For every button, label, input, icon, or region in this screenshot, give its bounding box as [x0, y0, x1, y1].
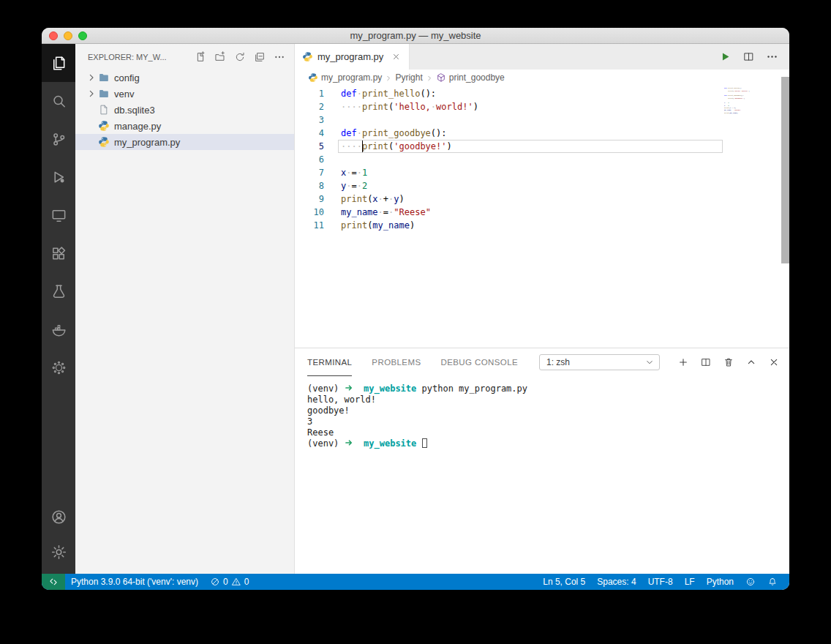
code-token: world!' — [436, 102, 473, 112]
code-line-8[interactable]: 8y·=·2 — [295, 179, 789, 192]
code-line-2[interactable]: 2····print('hello,·world!') — [295, 100, 789, 113]
titlebar: my_program.py — my_website — [42, 28, 789, 44]
code-line-10[interactable]: 10my_name·=·"Reese" — [295, 206, 789, 219]
file-tree-item-config[interactable]: config — [75, 70, 294, 86]
code-line-3[interactable]: 3 — [295, 113, 789, 127]
line-content: my_name·=·"Reese" — [341, 206, 431, 219]
panel-tab-problems[interactable]: PROBLEMS — [372, 348, 421, 376]
line-content: print(x·+·y) — [341, 192, 405, 206]
breadcrumb-item-Pyright[interactable]: Pyright — [395, 72, 422, 83]
close-window-button[interactable] — [49, 31, 58, 40]
indent-spacer — [86, 104, 97, 116]
maximize-panel-button[interactable] — [745, 356, 757, 368]
code-token: print — [362, 102, 388, 112]
minimap[interactable]: def print_hello(): print('hello, world!'… — [724, 87, 781, 348]
line-content: y·=·2 — [341, 179, 367, 192]
prompt-arrow-icon — [345, 438, 353, 446]
code-line-9[interactable]: 9print(x·+·y) — [295, 192, 789, 206]
line-content: def·print_goodbye(): — [341, 127, 447, 140]
code-editor[interactable]: 1def·print_hello():2····print('hello,·wo… — [295, 86, 789, 348]
activity-testing-button[interactable] — [42, 272, 75, 310]
file-tree-item-db.sqlite3[interactable]: db.sqlite3 — [75, 102, 294, 118]
activity-plugin-button[interactable] — [42, 348, 75, 386]
code-token: (): — [420, 89, 436, 99]
breadcrumb-item-my_program.py[interactable]: my_program.py — [308, 72, 382, 83]
tab-my-program-py[interactable]: my_program.py — [295, 44, 410, 70]
activity-extensions-button[interactable] — [42, 234, 75, 272]
zoom-window-button[interactable] — [78, 31, 87, 40]
activity-run-debug-button[interactable] — [42, 158, 75, 196]
close-panel-button[interactable] — [768, 356, 780, 368]
warning-count: 0 — [244, 577, 249, 587]
code-token: ) — [737, 112, 737, 114]
activity-search-button[interactable] — [42, 82, 75, 120]
warning-icon — [231, 577, 241, 587]
close-tab-icon[interactable] — [390, 51, 402, 63]
activity-settings-button[interactable] — [42, 534, 75, 569]
activity-explorer-button[interactable] — [42, 44, 75, 82]
bell-icon — [767, 577, 778, 587]
new-folder-button[interactable] — [214, 51, 226, 63]
code-token: print — [341, 220, 367, 231]
activity-docker-button[interactable] — [42, 310, 75, 348]
activity-remote-explorer-button[interactable] — [42, 196, 75, 234]
remote-indicator-button[interactable] — [42, 574, 65, 590]
file-tree-item-manage.py[interactable]: manage.py — [75, 118, 294, 134]
collapse-folders-button[interactable] — [254, 51, 266, 63]
minimize-window-button[interactable] — [64, 31, 72, 40]
line-number: 6 — [295, 153, 324, 166]
code-line-4[interactable]: 4def·print_goodbye(): — [295, 127, 789, 140]
eol-indicator[interactable]: LF — [679, 574, 701, 590]
panel-tab-debug-console[interactable]: DEBUG CONSOLE — [440, 348, 518, 376]
file-tree-item-my_program.py[interactable]: my_program.py — [75, 134, 294, 150]
split-terminal-button[interactable] — [700, 356, 712, 368]
activity-source-control-button[interactable] — [42, 120, 75, 158]
file-name: my_program.py — [114, 137, 180, 148]
new-file-button[interactable] — [195, 51, 206, 63]
file-tree-item-venv[interactable]: venv — [75, 86, 294, 102]
editor-scrollbar[interactable] — [781, 77, 789, 263]
line-number: 4 — [295, 127, 324, 140]
folder-icon — [98, 72, 110, 83]
code-token: print — [728, 97, 733, 100]
terminal-output[interactable]: (venv) my_website python my_program.pyhe… — [295, 376, 789, 574]
split-editor-button[interactable] — [742, 50, 755, 63]
window-title: my_program.py — my_website — [42, 30, 789, 41]
code-line-6[interactable]: 6 — [295, 153, 789, 166]
panel-tabs: TERMINALPROBLEMSDEBUG CONSOLE — [307, 348, 539, 376]
code-token: x — [372, 194, 377, 204]
indentation-indicator[interactable]: Spaces: 4 — [591, 574, 642, 590]
refresh-explorer-button[interactable] — [234, 51, 246, 63]
code-line-11[interactable]: 11print(my_name) — [295, 219, 789, 232]
problems-indicator[interactable]: 0 0 — [204, 574, 255, 590]
python-interpreter-selector[interactable]: Python 3.9.0 64-bit ('venv': venv) — [65, 574, 204, 590]
minimap-content: def print_hello(): print('hello, world!'… — [724, 87, 781, 114]
code-token: print — [341, 194, 367, 204]
new-terminal-button[interactable] — [677, 356, 689, 368]
language-mode-indicator[interactable]: Python — [701, 574, 740, 590]
python-icon — [302, 51, 313, 62]
run-python-file-button[interactable] — [719, 50, 732, 63]
more-editor-actions-button[interactable] — [766, 50, 778, 63]
code-line-7[interactable]: 7x·=·1 — [295, 166, 789, 179]
line-content: print(my_name) — [341, 219, 415, 232]
line-number: 2 — [295, 100, 324, 113]
feedback-button[interactable] — [740, 574, 762, 590]
breadcrumb-item-print_goodbye[interactable]: print_goodbye — [436, 72, 505, 83]
kill-terminal-button[interactable] — [723, 356, 734, 368]
code-token: def — [341, 128, 357, 138]
panel-tab-terminal[interactable]: TERMINAL — [307, 348, 352, 376]
code-token: · — [357, 168, 362, 178]
terminal-shell-select[interactable]: 1: zsh — [539, 354, 660, 370]
terminal-directory: my_website — [364, 383, 416, 394]
encoding-indicator[interactable]: UTF-8 — [642, 574, 679, 590]
code-token: = — [383, 207, 388, 217]
code-line-1[interactable]: 1def·print_hello(): — [295, 87, 789, 100]
code-token: 2 — [362, 181, 367, 191]
code-line-5[interactable]: 5····print('goodbye!') — [295, 140, 789, 153]
activity-accounts-button[interactable] — [42, 499, 75, 534]
cursor-position-indicator[interactable]: Ln 5, Col 5 — [537, 574, 591, 590]
more-actions-button[interactable] — [274, 51, 285, 63]
notifications-button[interactable] — [762, 574, 783, 590]
text-cursor — [362, 141, 364, 152]
